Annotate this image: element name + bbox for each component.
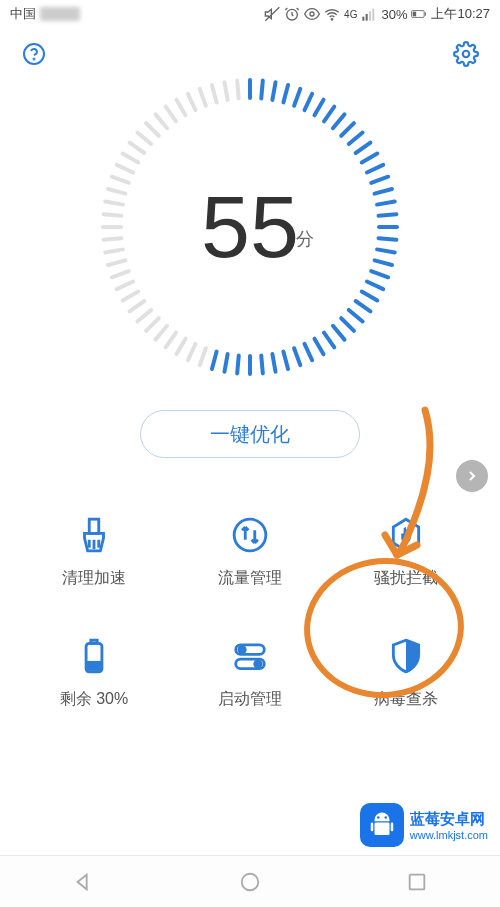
- svg-point-12: [34, 59, 35, 60]
- help-button[interactable]: [20, 40, 48, 68]
- grid-label: 病毒查杀: [374, 689, 438, 710]
- battery-icon: [411, 6, 427, 22]
- grid-item-data[interactable]: 流量管理: [172, 514, 328, 589]
- score-gauge: 55 分: [101, 78, 399, 376]
- score-value: 55: [201, 183, 299, 271]
- svg-rect-31: [391, 823, 394, 832]
- svg-rect-14: [89, 519, 99, 533]
- question-icon: [22, 42, 46, 66]
- grid-item-block[interactable]: 骚扰拦截: [328, 514, 484, 589]
- grid-item-cleanup[interactable]: 清理加速: [16, 514, 172, 589]
- svg-rect-21: [91, 640, 97, 643]
- svg-rect-5: [366, 14, 368, 21]
- nav-back[interactable]: [53, 862, 113, 902]
- svg-rect-22: [88, 662, 99, 669]
- svg-point-26: [255, 661, 261, 667]
- chevron-right-icon: [464, 468, 480, 484]
- svg-point-28: [384, 816, 387, 819]
- svg-rect-4: [363, 17, 365, 21]
- score-gauge-container: 55 分: [0, 78, 500, 376]
- header: [0, 28, 500, 72]
- carrier-label: 中国: [10, 5, 36, 23]
- time-label: 上午10:27: [431, 5, 490, 23]
- android-icon: [367, 810, 397, 840]
- svg-rect-34: [409, 874, 424, 889]
- alarm-icon: [284, 6, 300, 22]
- svg-rect-6: [369, 11, 371, 20]
- svg-marker-32: [78, 874, 87, 889]
- grid-item-battery[interactable]: 剩余 30%: [16, 635, 172, 710]
- blurred-info: [40, 7, 80, 21]
- optimize-button[interactable]: 一键优化: [140, 410, 360, 458]
- svg-rect-29: [374, 823, 389, 836]
- svg-line-0: [265, 7, 279, 20]
- status-bar: 中国 4G 30% 上午10:27: [0, 0, 500, 28]
- svg-point-3: [331, 19, 332, 20]
- grid-item-startup[interactable]: 启动管理: [172, 635, 328, 710]
- nav-bar: [0, 855, 500, 907]
- network-label: 4G: [344, 9, 357, 20]
- signal-icon: [361, 6, 377, 22]
- grid-label: 启动管理: [218, 689, 282, 710]
- watermark-badge: [360, 803, 404, 847]
- eye-icon: [304, 6, 320, 22]
- score-unit: 分: [296, 227, 314, 251]
- triangle-left-icon: [72, 871, 94, 893]
- svg-rect-9: [413, 12, 416, 17]
- circle-icon: [239, 871, 261, 893]
- grid-item-virus[interactable]: 病毒查杀: [328, 635, 484, 710]
- svg-rect-30: [371, 823, 374, 832]
- gear-icon: [453, 41, 479, 67]
- svg-point-24: [239, 647, 245, 653]
- expand-button[interactable]: [456, 460, 488, 492]
- feature-grid: 清理加速 流量管理 骚扰拦截 剩余 30% 启动管理 病毒查杀: [0, 458, 500, 710]
- grid-label: 剩余 30%: [60, 689, 128, 710]
- grid-label: 清理加速: [62, 568, 126, 589]
- grid-label: 流量管理: [218, 568, 282, 589]
- mute-icon: [264, 6, 280, 22]
- svg-rect-10: [425, 12, 426, 15]
- battery-icon: [75, 637, 113, 675]
- watermark-url: www.lmkjst.com: [410, 829, 488, 841]
- svg-point-18: [234, 519, 266, 551]
- grid-label: 骚扰拦截: [374, 568, 438, 589]
- svg-point-13: [463, 51, 470, 58]
- watermark: 蓝莓安卓网 www.lmkjst.com: [360, 803, 488, 847]
- nav-recent[interactable]: [387, 862, 447, 902]
- svg-point-33: [242, 873, 259, 890]
- settings-button[interactable]: [452, 40, 480, 68]
- nav-home[interactable]: [220, 862, 280, 902]
- broom-icon: [75, 516, 113, 554]
- shield-icon: [387, 637, 425, 675]
- optimize-label: 一键优化: [210, 421, 290, 448]
- data-arrows-icon: [231, 516, 269, 554]
- svg-point-2: [310, 12, 314, 16]
- wifi-icon: [324, 6, 340, 22]
- toggles-icon: [231, 637, 269, 675]
- svg-rect-7: [373, 9, 375, 21]
- battery-label: 30%: [381, 7, 407, 22]
- block-hand-icon: [387, 516, 425, 554]
- svg-point-27: [377, 816, 380, 819]
- square-icon: [406, 871, 428, 893]
- watermark-title: 蓝莓安卓网: [410, 810, 488, 829]
